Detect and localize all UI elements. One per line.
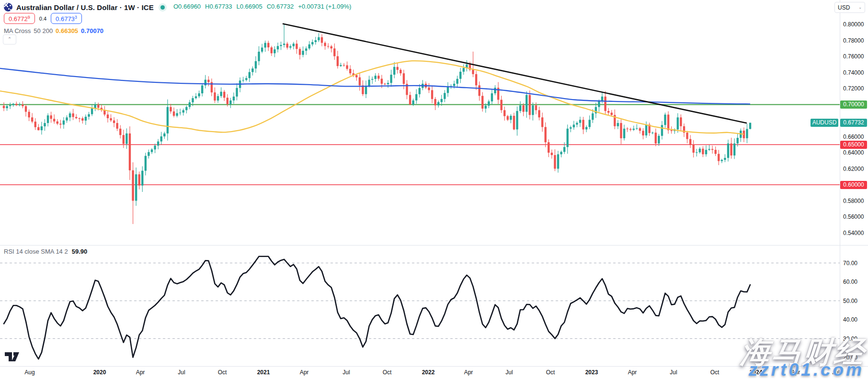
chart-canvas[interactable]	[0, 0, 868, 380]
time-axis-label[interactable]: Oct	[546, 369, 555, 376]
rsi-title[interactable]: RSI 14 close SMA 14 2	[4, 248, 68, 255]
time-axis-label[interactable]: Jul	[343, 369, 350, 376]
price-axis-label: 0.58000	[843, 198, 864, 204]
sell-button[interactable]: 0.67729	[4, 13, 35, 24]
currency-dropdown[interactable]: USD ⌄	[834, 2, 865, 13]
trade-panel: 0.67729 0.4 0.67733	[4, 13, 82, 24]
ohlc-values: O0.66960 H0.67733 L0.66905 C0.67732 +0.0…	[173, 3, 351, 10]
australia-flag-icon	[4, 3, 12, 11]
rsi-axis-label: 20.00	[843, 354, 857, 361]
price-axis-label: 0.80000	[843, 21, 864, 28]
symbol-header: Australian Dollar / U.S. Dollar · 1W · I…	[4, 2, 165, 12]
price-axis-label: 0.74000	[843, 69, 864, 76]
time-axis-label[interactable]: Jul	[505, 369, 513, 376]
price-axis-label: 0.64000	[843, 149, 864, 156]
level-65-badge: 0.65000	[840, 141, 867, 149]
market-status-icon	[160, 5, 165, 10]
rsi-axis-label: 30.00	[843, 335, 857, 342]
rsi-value: 59.90	[72, 248, 88, 255]
time-axis-label[interactable]: Apr	[136, 369, 145, 376]
price-axis-label: 0.56000	[843, 213, 864, 220]
time-axis-label[interactable]: Apr	[300, 369, 309, 376]
price-axis-label: 0.72000	[843, 85, 864, 92]
ma200-line[interactable]	[0, 68, 750, 104]
price-axis-label: 0.62000	[843, 166, 864, 172]
audusd-symbol-badge: AUDUSD	[811, 119, 838, 127]
ma-cross-indicator-row: MA Cross 50 200 0.66305 0.70070	[4, 27, 103, 34]
time-axis-label[interactable]: 2020	[93, 369, 106, 376]
price-axis-label: 0.66000	[843, 134, 864, 140]
spread-value: 0.4	[38, 16, 47, 22]
time-axis-label[interactable]: 2023	[585, 369, 598, 376]
price-axis-label: 0.54000	[843, 230, 864, 236]
ma50-value: 0.66305	[56, 27, 78, 34]
rsi-axis-label: 50.00	[843, 298, 857, 304]
change-value: +0.00731 (+1.09%)	[298, 3, 351, 10]
last-price-badge: 0.67732	[840, 119, 867, 127]
ma200-value: 0.70070	[81, 27, 103, 34]
buy-button[interactable]: 0.67733	[51, 13, 82, 24]
level-70-badge: 0.70000	[840, 101, 867, 109]
ma50-line[interactable]	[0, 61, 744, 134]
indicator-title[interactable]: MA Cross	[4, 27, 31, 34]
price-axis-label: 0.78000	[843, 37, 864, 44]
time-axis-label[interactable]: Jul	[832, 369, 839, 376]
rsi-indicator-row: RSI 14 close SMA 14 2 59.90	[4, 248, 87, 255]
high-value: H0.67733	[205, 3, 232, 10]
level-60-badge: 0.60000	[840, 181, 867, 189]
rsi-line[interactable]	[4, 257, 750, 359]
currency-label: USD	[838, 4, 850, 11]
time-axis-label[interactable]: Oct	[710, 369, 720, 376]
time-axis-label[interactable]: Jul	[670, 369, 677, 376]
symbol-title[interactable]: Australian Dollar / U.S. Dollar · 1W · I…	[16, 3, 154, 11]
open-value: O0.66960	[173, 3, 201, 10]
time-axis-label[interactable]: 2022	[422, 369, 435, 376]
rsi-gridlines	[0, 263, 840, 339]
time-axis-label[interactable]: Jul	[178, 369, 185, 376]
close-value: C0.67732	[267, 3, 294, 10]
rsi-axis-label: 70.00	[843, 260, 857, 267]
indicator-params: 50 200	[34, 27, 53, 34]
time-axis-label[interactable]: 2024	[750, 369, 763, 376]
rsi-axis-label: 40.00	[843, 316, 857, 323]
collapse-panel-button[interactable]: ⌃	[3, 34, 16, 45]
candlestick-series[interactable]	[3, 24, 751, 224]
time-axis-label[interactable]: 2021	[257, 369, 270, 376]
chevron-down-icon: ⌄	[858, 5, 862, 10]
time-axis-label[interactable]: Apr	[628, 369, 637, 376]
price-axis-label: 0.76000	[843, 53, 864, 60]
tradingview-logo[interactable]	[5, 352, 21, 362]
low-value: L0.66905	[237, 3, 263, 10]
time-axis-label[interactable]: Oct	[218, 369, 227, 376]
time-axis-label[interactable]: Apr	[464, 369, 473, 376]
time-axis-label[interactable]: Apr	[791, 369, 800, 376]
tradingview-chart-window: Australian Dollar / U.S. Dollar · 1W · I…	[0, 0, 868, 380]
rsi-axis-label: 60.00	[843, 279, 857, 285]
time-axis-label[interactable]: Oct	[383, 369, 392, 376]
time-axis-label[interactable]: Aug	[24, 369, 34, 376]
